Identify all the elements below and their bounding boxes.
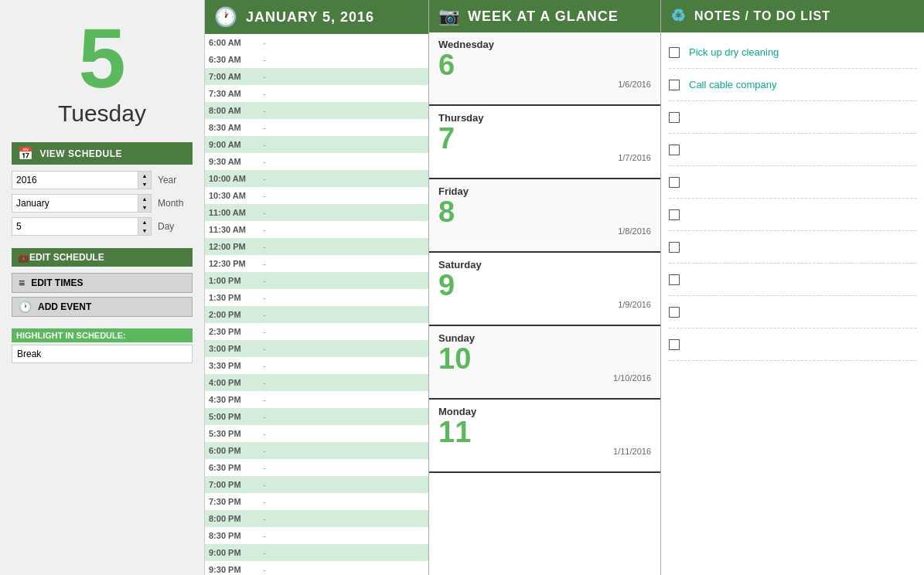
- month-down[interactable]: ▼: [138, 203, 151, 212]
- note-checkbox-3[interactable]: [669, 145, 680, 155]
- time-dash: -: [263, 429, 266, 438]
- time-dash: -: [263, 89, 266, 98]
- highlight-input[interactable]: [12, 345, 193, 363]
- calendar-icon: 📅: [18, 146, 34, 161]
- day-name: Tuesday: [58, 100, 146, 127]
- time-label: 12:30 PM: [209, 259, 263, 268]
- time-row: 7:30 PM -: [205, 493, 428, 510]
- left-panel: 5 Tuesday 📅 VIEW SCHEDULE ▲ ▼ Year ▲ ▼ M…: [0, 0, 205, 575]
- time-row: 5:30 PM -: [205, 425, 428, 442]
- time-label: 1:00 PM: [209, 276, 263, 285]
- time-dash: -: [263, 72, 266, 81]
- month-input[interactable]: [12, 194, 138, 213]
- notes-header: ♻ NOTES / TO DO LIST: [661, 0, 924, 32]
- time-row: 9:00 AM -: [205, 136, 428, 153]
- time-label: 8:00 PM: [209, 514, 263, 523]
- time-dash: -: [263, 412, 266, 421]
- note-text-1: Call cable company: [689, 79, 776, 90]
- time-label: 2:00 PM: [209, 310, 263, 319]
- time-row: 3:30 PM -: [205, 357, 428, 374]
- time-label: 6:30 AM: [209, 55, 263, 64]
- time-row: 5:00 PM -: [205, 408, 428, 425]
- time-row: 11:30 AM -: [205, 221, 428, 238]
- notes-body: Pick up dry cleaning Call cable company: [661, 32, 924, 575]
- time-label: 9:00 PM: [209, 548, 263, 557]
- edit-times-button[interactable]: ≡ EDIT TIMES: [12, 273, 193, 293]
- note-item: [669, 134, 916, 166]
- month-row: ▲ ▼ Month: [12, 194, 193, 213]
- highlight-section: HIGHLIGHT IN SCHEDULE:: [12, 328, 193, 363]
- note-checkbox-0[interactable]: [669, 47, 680, 58]
- week-day-block: Sunday 10 1/10/2016: [429, 326, 660, 400]
- week-day-number: 6: [438, 50, 651, 80]
- time-dash: -: [263, 463, 266, 472]
- note-checkbox-2[interactable]: [669, 112, 680, 123]
- month-up[interactable]: ▲: [138, 195, 151, 203]
- time-row: 7:30 AM -: [205, 85, 428, 102]
- clock-header-icon: 🕐: [214, 6, 238, 28]
- day-up[interactable]: ▲: [138, 218, 151, 226]
- week-day-number: 9: [438, 270, 651, 300]
- edit-times-label: EDIT TIMES: [31, 277, 83, 288]
- note-checkbox-6[interactable]: [669, 242, 680, 253]
- time-dash: -: [263, 310, 266, 319]
- time-dash: -: [263, 395, 266, 404]
- note-item: [669, 328, 916, 361]
- note-checkbox-7[interactable]: [669, 274, 680, 285]
- edit-schedule-label: EDIT SCHEDULE: [29, 252, 104, 263]
- time-row: 4:30 PM -: [205, 391, 428, 408]
- time-label: 8:30 PM: [209, 531, 263, 540]
- time-dash: -: [263, 55, 266, 64]
- note-checkbox-5[interactable]: [669, 209, 680, 220]
- time-label: 11:30 AM: [209, 225, 263, 234]
- time-label: 6:00 AM: [209, 38, 263, 47]
- time-row: 1:30 PM -: [205, 289, 428, 306]
- week-day-block: Monday 11 1/11/2016: [429, 400, 660, 473]
- notes-panel: ♻ NOTES / TO DO LIST Pick up dry cleanin…: [661, 0, 924, 575]
- time-dash: -: [263, 242, 266, 251]
- add-event-label: ADD EVENT: [38, 301, 91, 312]
- time-dash: -: [263, 344, 266, 353]
- time-dash: -: [263, 548, 266, 557]
- note-checkbox-4[interactable]: [669, 177, 680, 188]
- schedule-panel: 🕐 JANUARY 5, 2016 6:00 AM - 6:30 AM - 7:…: [205, 0, 429, 575]
- day-spinner[interactable]: ▲ ▼: [138, 217, 152, 236]
- time-label: 11:00 AM: [209, 208, 263, 217]
- note-text-0: Pick up dry cleaning: [689, 46, 779, 58]
- time-label: 7:00 PM: [209, 480, 263, 489]
- month-spinner[interactable]: ▲ ▼: [138, 194, 152, 213]
- week-day-number: 11: [438, 417, 651, 447]
- week-day-date: 1/9/2016: [438, 300, 651, 309]
- schedule-body: 6:00 AM - 6:30 AM - 7:00 AM - 7:30 AM - …: [205, 34, 428, 575]
- week-day-block: Thursday 7 1/7/2016: [429, 106, 660, 179]
- notes-icon: ♻: [670, 6, 687, 26]
- time-label: 3:30 PM: [209, 361, 263, 370]
- time-row: 12:00 PM -: [205, 238, 428, 255]
- note-checkbox-1[interactable]: [669, 80, 680, 90]
- time-dash: -: [263, 140, 266, 149]
- note-item: [669, 264, 916, 296]
- note-checkbox-9[interactable]: [669, 339, 680, 350]
- week-day-block: Friday 8 1/8/2016: [429, 179, 660, 253]
- time-row: 9:30 PM -: [205, 561, 428, 575]
- time-label: 4:30 PM: [209, 395, 263, 404]
- time-dash: -: [263, 327, 266, 336]
- year-down[interactable]: ▼: [138, 180, 151, 189]
- time-row: 8:30 PM -: [205, 527, 428, 544]
- time-row: 2:00 PM -: [205, 306, 428, 323]
- add-event-button[interactable]: 🕐 ADD EVENT: [12, 297, 193, 317]
- day-row: ▲ ▼ Day: [12, 217, 193, 236]
- clock-icon: 🕐: [19, 301, 32, 313]
- time-label: 4:00 PM: [209, 378, 263, 387]
- day-input[interactable]: [12, 217, 138, 236]
- year-input[interactable]: [12, 171, 138, 189]
- note-checkbox-8[interactable]: [669, 307, 680, 318]
- time-dash: -: [263, 514, 266, 523]
- year-up[interactable]: ▲: [138, 172, 151, 180]
- day-down[interactable]: ▼: [138, 226, 151, 235]
- note-item: [669, 296, 916, 328]
- time-label: 10:30 AM: [209, 191, 263, 200]
- year-spinner[interactable]: ▲ ▼: [138, 171, 152, 189]
- month-label: Month: [158, 198, 193, 209]
- week-day-date: 1/6/2016: [438, 80, 651, 89]
